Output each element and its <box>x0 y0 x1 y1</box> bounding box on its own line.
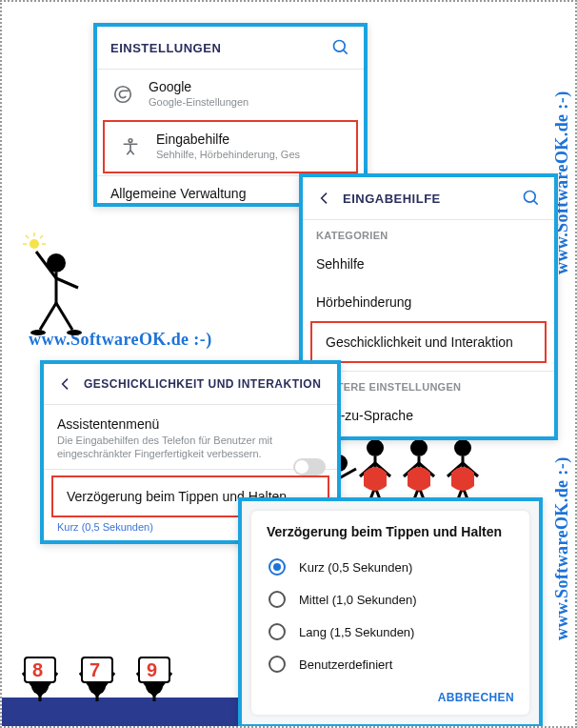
settings-item-label: Google <box>149 79 350 96</box>
assistant-menu-toggle[interactable] <box>293 458 326 475</box>
svg-point-50 <box>525 192 536 203</box>
settings-item-google[interactable]: Google Google-Einstellungen <box>97 70 364 118</box>
dialog-option-medium[interactable]: Mittel (1,0 Sekunden) <box>267 583 514 616</box>
radio-icon <box>269 623 286 640</box>
category-header: KATEGORIEN <box>303 220 554 245</box>
panel-accessibility-title: EINGABEHILFE <box>343 192 522 206</box>
svg-point-18 <box>367 439 384 456</box>
cancel-button[interactable]: ABBRECHEN <box>438 691 514 704</box>
panel-settings-title: EINSTELLUNGEN <box>110 41 331 55</box>
search-icon[interactable] <box>522 189 541 208</box>
back-icon[interactable] <box>316 190 333 207</box>
svg-line-51 <box>534 201 538 205</box>
stick-figure-judges: 8 7 9 <box>2 661 240 728</box>
svg-point-46 <box>334 41 346 52</box>
svg-line-47 <box>344 51 348 54</box>
google-icon <box>110 82 135 107</box>
dialog-option-short[interactable]: Kurz (0,5 Sekunden) <box>267 551 514 583</box>
svg-point-49 <box>129 139 132 143</box>
dialog-option-long[interactable]: Lang (1,5 Sekunden) <box>267 616 514 648</box>
radio-icon <box>269 656 286 673</box>
settings-item-accessibility[interactable]: Eingabehilfe Sehhilfe, Hörbehinderung, G… <box>103 120 358 172</box>
settings-item-sub: Google-Einstellungen <box>149 96 350 110</box>
accessibility-icon <box>118 134 143 159</box>
accessibility-item-hearing[interactable]: Hörbehinderung <box>303 283 554 321</box>
settings-item-sub: Sehhilfe, Hörbehinderung, Ges <box>156 149 343 162</box>
back-icon[interactable] <box>57 375 74 393</box>
svg-point-8 <box>30 239 39 249</box>
svg-rect-30 <box>2 698 240 728</box>
svg-line-13 <box>40 235 43 238</box>
judge-score-2: 7 <box>90 659 100 680</box>
svg-line-5 <box>56 303 72 330</box>
svg-line-3 <box>56 278 78 288</box>
dialog-option-label: Kurz (0,5 Sekunden) <box>299 560 412 575</box>
svg-point-48 <box>115 86 131 102</box>
radio-icon <box>269 591 286 608</box>
settings-item-label: Eingabehilfe <box>156 131 343 149</box>
svg-point-6 <box>30 330 46 335</box>
svg-line-12 <box>26 235 29 238</box>
judge-score-3: 9 <box>147 659 157 680</box>
svg-point-7 <box>67 330 82 335</box>
dialog-option-custom[interactable]: Benutzerdefiniert <box>267 648 514 680</box>
stick-figure-lightbulb <box>23 238 90 337</box>
dialog-option-label: Lang (1,5 Sekunden) <box>299 625 414 639</box>
accessibility-item-vision[interactable]: Sehhilfe <box>303 245 554 283</box>
svg-line-4 <box>40 303 56 330</box>
dialog-title: Verzögerung beim Tippen und Halten <box>267 524 514 539</box>
panel-delay-dialog: Verzögerung beim Tippen und Halten Kurz … <box>238 497 543 728</box>
panel-dexterity-title: GESCHICKLICHKEIT UND INTERAKTION <box>84 377 324 391</box>
radio-icon <box>269 558 286 576</box>
assistant-menu-label[interactable]: Assistentenmenü <box>44 411 337 434</box>
dialog-option-label: Mittel (1,0 Sekunden) <box>299 593 417 607</box>
dialog-option-label: Benutzerdefiniert <box>299 657 392 672</box>
search-icon[interactable] <box>331 38 350 57</box>
judge-score-1: 8 <box>32 659 43 680</box>
accessibility-item-dexterity[interactable]: Geschicklichkeit und Interaktion <box>310 321 547 363</box>
